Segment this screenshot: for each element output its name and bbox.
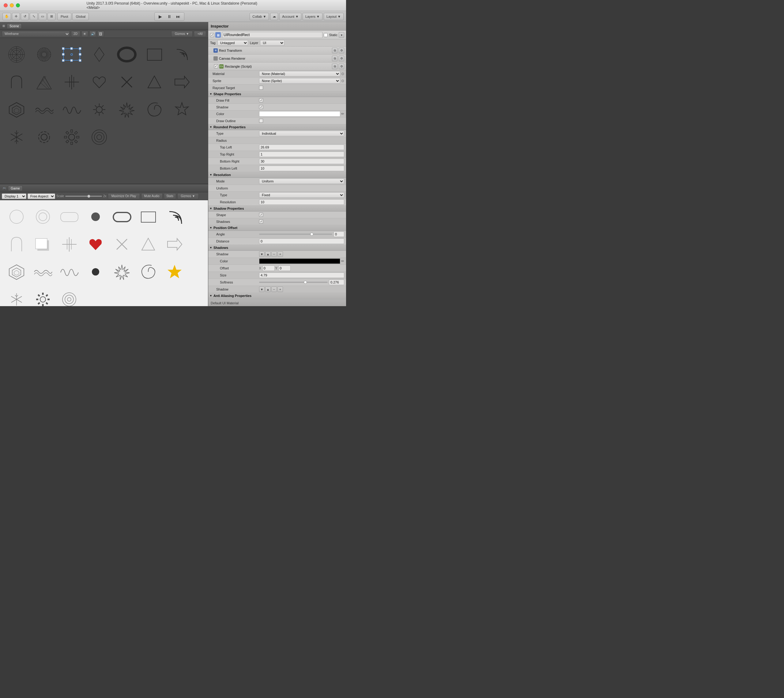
account-button[interactable]: Account ▼ [279, 13, 301, 20]
offset-x-input[interactable] [262, 265, 275, 271]
rectangle-script-menu[interactable]: ⚙ [339, 64, 344, 69]
rect-transform-header[interactable]: ▶ ⊞ Rect Transform ⧉ ⚙ [208, 46, 346, 54]
game-shape-stadium[interactable] [109, 203, 135, 230]
game-shape-heart-red[interactable] [82, 231, 109, 258]
top-right-input[interactable] [259, 151, 344, 157]
game-shape-spiral2[interactable] [135, 258, 162, 285]
global-button[interactable]: Global [72, 13, 89, 20]
static-dropdown[interactable]: ▾ [339, 32, 344, 38]
game-shape-triangle2[interactable] [135, 231, 162, 258]
rectangle-script-copy[interactable]: ⧉ [332, 64, 338, 69]
shadow2-down[interactable]: ▼ [259, 286, 265, 292]
scene-tab[interactable]: Scene [7, 23, 22, 29]
shape-cell-gear1[interactable] [31, 123, 58, 151]
angle-thumb[interactable] [310, 233, 313, 236]
shape-cell-diamond[interactable] [86, 41, 113, 68]
bottom-right-input[interactable] [259, 158, 344, 164]
scale-tool-button[interactable]: ⤡ [30, 13, 38, 20]
stats-button[interactable]: Stats [164, 193, 176, 199]
shadow2-up[interactable]: ▲ [265, 286, 271, 292]
game-shape-circle-filled[interactable] [82, 203, 109, 230]
draw-outline-checkbox[interactable] [259, 119, 263, 123]
softness-input[interactable] [329, 280, 344, 285]
cloud-button[interactable]: ☁ [270, 13, 278, 20]
game-shape-spiral-corner2[interactable] [161, 203, 188, 230]
game-shape-arrow-right2[interactable] [161, 231, 188, 258]
game-shape-wave2[interactable] [30, 258, 56, 285]
scene-fx-button[interactable]: 🖼 [97, 31, 104, 37]
resolution-val-input[interactable] [259, 199, 344, 205]
game-shape-rect-outline2[interactable] [135, 203, 162, 230]
play-button[interactable]: ▶ [156, 13, 165, 20]
2d-button[interactable]: 2D [71, 31, 80, 37]
gizmos-button[interactable]: Gizmos ▼ [171, 31, 193, 37]
sprite-picker[interactable]: ⊙ [341, 79, 344, 83]
collab-button[interactable]: Collab ▼ [250, 13, 269, 20]
shadow2-remove[interactable]: − [271, 286, 277, 292]
close-button[interactable] [4, 3, 8, 7]
type-select[interactable]: Individual [259, 131, 344, 136]
shape-cell-spiral-corner[interactable] [168, 41, 195, 68]
object-active-checkbox[interactable] [210, 33, 214, 37]
game-shape-starburst2[interactable] [109, 258, 135, 285]
window-controls[interactable] [4, 3, 20, 7]
game-shape-donut-outline[interactable] [30, 203, 56, 230]
move-tool-button[interactable]: ✛ [12, 13, 20, 20]
bottom-left-input[interactable] [259, 166, 344, 171]
maximize-on-play-button[interactable]: Maximize On Play [108, 193, 140, 199]
shape-cell-heart[interactable] [86, 69, 113, 95]
rounded-properties-header[interactable]: ▼ Rounded Properties [208, 124, 346, 130]
softness-slider[interactable] [259, 282, 328, 283]
shape-cell-hexagon[interactable] [3, 96, 30, 123]
material-select[interactable]: None (Material) [259, 71, 340, 77]
res-type-select[interactable]: Fixed [259, 192, 344, 198]
step-button[interactable]: ⏭ [174, 13, 182, 20]
shadow-checkbox[interactable] [259, 105, 263, 109]
rect-transform-menu[interactable]: ⚙ [339, 48, 344, 53]
anti-aliasing-header[interactable]: ▼ Anti Aliasing Properties [208, 293, 346, 299]
angle-slider[interactable] [259, 234, 332, 235]
shape-cell-wave-lines[interactable] [31, 96, 58, 123]
mute-audio-button[interactable]: Mute Audio [141, 193, 163, 199]
shape-cell-triangle-outline[interactable] [141, 69, 168, 95]
rectangle-script-enabled[interactable] [214, 64, 218, 68]
minimize-button[interactable] [10, 3, 14, 7]
scale-slider[interactable] [65, 196, 102, 197]
resolution-header[interactable]: ▼ Resolution [208, 172, 346, 178]
shadow-remove-btn[interactable]: − [271, 251, 277, 257]
shape-cell-gear2[interactable] [58, 123, 85, 151]
position-offset-header[interactable]: ▼ Position Offset [208, 225, 346, 231]
object-name-input[interactable] [222, 32, 323, 38]
shape-cell-triangle-lines[interactable] [31, 69, 58, 95]
shape-properties-header[interactable]: ▼ Shape Properties [208, 91, 346, 97]
canvas-renderer-menu[interactable]: ⚙ [339, 56, 344, 61]
shape-cell-sunburst[interactable]: for(var i=0;i<24;i++){} [31, 41, 58, 68]
color-picker[interactable] [259, 111, 340, 117]
game-shape-squiggle2[interactable] [56, 258, 83, 285]
angle-input[interactable] [333, 231, 344, 237]
wireframe-select[interactable]: Wireframe [2, 31, 70, 37]
shape-cell-selected-rect[interactable] [58, 41, 85, 68]
size-input[interactable] [259, 272, 344, 278]
shape-cell-x[interactable] [113, 69, 140, 95]
raycast-checkbox[interactable] [259, 86, 263, 90]
shape-cell-bullseye[interactable] [86, 123, 113, 151]
game-tab[interactable]: Game [8, 186, 23, 191]
shape-cell-star6[interactable] [168, 96, 195, 123]
distance-input[interactable] [259, 239, 344, 244]
rect-transform-copy[interactable]: ⧉ [332, 48, 338, 53]
softness-thumb[interactable] [304, 281, 307, 284]
shadow2-add[interactable]: + [277, 286, 283, 292]
shape-cell-crosshair[interactable] [58, 69, 85, 95]
aspect-select[interactable]: Free Aspect [28, 193, 55, 199]
mode-select[interactable]: Uniform [259, 178, 344, 184]
shadows-section-header[interactable]: ▼ Shadows [208, 245, 346, 251]
game-shape-hexagon-outline[interactable] [3, 258, 30, 285]
shadow-color-picker[interactable] [259, 258, 340, 264]
shape-cell-spiral[interactable] [141, 96, 168, 123]
shadows-checkbox[interactable] [259, 219, 263, 224]
game-shape-bullseye2[interactable] [56, 286, 83, 306]
pause-button[interactable]: ⏸ [165, 13, 173, 20]
shape-cell-square-outline[interactable] [141, 41, 168, 68]
material-picker[interactable]: ⊙ [341, 72, 344, 76]
